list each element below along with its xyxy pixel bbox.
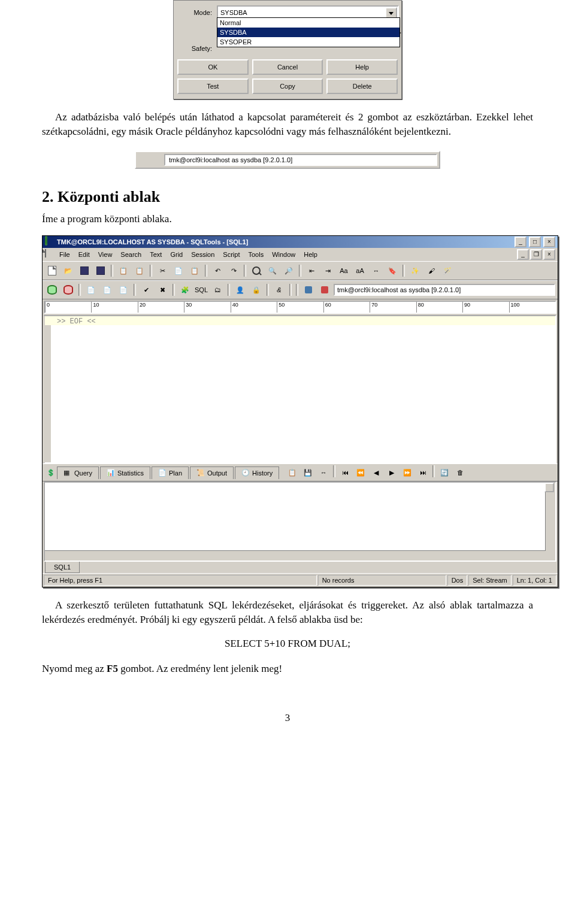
- status-bar: For Help, press F1 No records Dos Sel: S…: [43, 573, 558, 587]
- scroll-up-icon[interactable]: [544, 483, 554, 492]
- wrap-icon[interactable]: ↔: [369, 263, 383, 278]
- prev-row-icon[interactable]: 📄: [116, 283, 131, 297]
- menu-help[interactable]: Help: [300, 250, 321, 259]
- nav-nextpage-icon[interactable]: ⏩: [400, 465, 414, 480]
- child-close-button[interactable]: ×: [543, 249, 555, 260]
- maximize-button[interactable]: □: [529, 237, 541, 247]
- nav-prev-icon[interactable]: ◀: [369, 465, 383, 480]
- sql-tool-icon[interactable]: SQL: [194, 283, 208, 297]
- grid-refresh-icon[interactable]: 🔄: [437, 465, 452, 480]
- window-title: TMK@ORCL9I:LOCALHOST AS SYSDBA - SQLTool…: [57, 238, 512, 246]
- system-menu-icon[interactable]: [45, 250, 55, 259]
- paragraph-2: Íme a program központi ablaka.: [42, 212, 533, 226]
- menu-script[interactable]: Script: [219, 250, 243, 259]
- execute-script-icon[interactable]: [61, 283, 75, 297]
- copy-button[interactable]: Copy: [252, 78, 323, 94]
- grid-copy-icon[interactable]: 📋: [285, 465, 299, 480]
- tab-statistics[interactable]: 📊Statistics: [100, 466, 150, 479]
- lowercase-icon[interactable]: aA: [353, 263, 367, 278]
- menu-window[interactable]: Window: [268, 250, 299, 259]
- toolbar-2: 📄 📄 📄 ✔ ✖ 🧩 SQL 🗂 👤 🔒 & tmk@orcl9i:local…: [43, 280, 558, 299]
- copy-template-icon[interactable]: 📋: [116, 263, 131, 278]
- section-heading: 2. Központi ablak: [42, 188, 533, 206]
- tab-query[interactable]: ▦Query: [57, 466, 99, 479]
- child-minimize-button[interactable]: _: [517, 249, 529, 260]
- vertical-scrollbar[interactable]: [545, 483, 555, 561]
- copy-icon[interactable]: 📄: [171, 263, 186, 278]
- result-pin-icon[interactable]: 💲: [45, 466, 57, 478]
- menu-view[interactable]: View: [95, 250, 116, 259]
- connect-icon-2[interactable]: [301, 283, 316, 297]
- find-in-files-icon[interactable]: 🔎: [282, 263, 296, 278]
- tab-history[interactable]: 🕘History: [235, 466, 279, 479]
- session-mgr-icon[interactable]: 👤: [233, 283, 247, 297]
- menu-edit[interactable]: Edit: [75, 250, 93, 259]
- open-file-icon[interactable]: 📂: [61, 263, 75, 278]
- minimize-button[interactable]: _: [515, 237, 526, 247]
- rollback-icon[interactable]: ✖: [155, 283, 170, 297]
- lock-mgr-icon[interactable]: 🔒: [249, 283, 264, 297]
- explain-plan-icon[interactable]: 🧩: [178, 283, 192, 297]
- save-icon[interactable]: [77, 263, 92, 278]
- cut-icon[interactable]: ✂: [155, 263, 170, 278]
- tool-brush-icon[interactable]: 🖌: [424, 263, 438, 278]
- delete-button[interactable]: Delete: [326, 78, 398, 94]
- undo-icon[interactable]: ↶: [210, 263, 225, 278]
- save-all-icon[interactable]: [93, 263, 108, 278]
- connect-icon[interactable]: [138, 155, 147, 165]
- test-button[interactable]: Test: [177, 78, 249, 94]
- new-file-icon[interactable]: [45, 263, 59, 278]
- indent-right-icon[interactable]: ⇥: [320, 263, 335, 278]
- indent-left-icon[interactable]: ⇤: [304, 263, 319, 278]
- connection-strip: tmk@orcl9i:localhost as sysdba [9.2.0.1.…: [135, 151, 440, 169]
- mode-option-sysoper[interactable]: SYSOPER: [217, 37, 400, 47]
- mode-dropdown-list[interactable]: Normal SYSDBA SYSOPER: [217, 17, 400, 47]
- find-replace-icon[interactable]: 🔍: [265, 263, 280, 278]
- nav-last-icon[interactable]: ⏭: [416, 465, 430, 480]
- help-button[interactable]: Help: [326, 59, 398, 75]
- nav-first-icon[interactable]: ⏮: [338, 465, 352, 480]
- result-grid-area[interactable]: [44, 481, 556, 562]
- tab-plan[interactable]: 📄Plan: [152, 466, 189, 479]
- mode-option-sysdba[interactable]: SYSDBA: [217, 28, 400, 37]
- menu-grid[interactable]: Grid: [167, 250, 186, 259]
- nav-next-icon[interactable]: ▶: [385, 465, 399, 480]
- grid-autosize-icon[interactable]: ↔: [316, 465, 331, 480]
- tool-wand-icon[interactable]: ✨: [408, 263, 422, 278]
- menu-text[interactable]: Text: [146, 250, 165, 259]
- disconnect-icon-2[interactable]: [317, 283, 332, 297]
- status-selection: Sel: Stream: [468, 575, 511, 586]
- menu-file[interactable]: File: [56, 250, 74, 259]
- document-tab-bar: SQL1: [43, 562, 558, 573]
- paste-icon[interactable]: 📋: [187, 263, 202, 278]
- execute-current-icon[interactable]: [45, 283, 59, 297]
- redo-icon[interactable]: ↷: [226, 263, 241, 278]
- schema-browser-icon[interactable]: 🗂: [210, 283, 225, 297]
- ampersand-icon[interactable]: &: [272, 283, 286, 297]
- bookmark-icon[interactable]: 🔖: [385, 263, 400, 278]
- commit-icon[interactable]: ✔: [139, 283, 153, 297]
- find-icon[interactable]: [249, 263, 264, 278]
- next-row-icon[interactable]: 📄: [100, 283, 114, 297]
- close-button[interactable]: ×: [543, 237, 555, 247]
- sql-editor[interactable]: >> EOF <<: [44, 315, 556, 463]
- mode-option-normal[interactable]: Normal: [217, 18, 400, 28]
- insert-row-icon[interactable]: 📄: [84, 283, 98, 297]
- cancel-button[interactable]: Cancel: [252, 59, 323, 75]
- doc-tab-sql1[interactable]: SQL1: [45, 562, 80, 573]
- grid-export-icon[interactable]: 💾: [301, 465, 315, 480]
- menu-session[interactable]: Session: [187, 250, 218, 259]
- horizontal-scrollbar[interactable]: [45, 550, 546, 561]
- tab-output[interactable]: 📜Output: [190, 466, 234, 479]
- menu-tools[interactable]: Tools: [244, 250, 267, 259]
- paste-template-icon[interactable]: 📋: [132, 263, 147, 278]
- child-restore-button[interactable]: ❐: [530, 249, 542, 260]
- menu-search[interactable]: Search: [117, 250, 145, 259]
- uppercase-icon[interactable]: Aa: [337, 263, 351, 278]
- disconnect-icon[interactable]: [151, 155, 161, 165]
- tool-eraser-icon[interactable]: 🪄: [440, 263, 455, 278]
- paragraph-1: Az adatbázisba való belépés után láthato…: [42, 110, 533, 139]
- nav-prevpage-icon[interactable]: ⏪: [353, 465, 368, 480]
- grid-clear-icon[interactable]: 🗑: [453, 465, 467, 480]
- ok-button[interactable]: OK: [177, 59, 249, 75]
